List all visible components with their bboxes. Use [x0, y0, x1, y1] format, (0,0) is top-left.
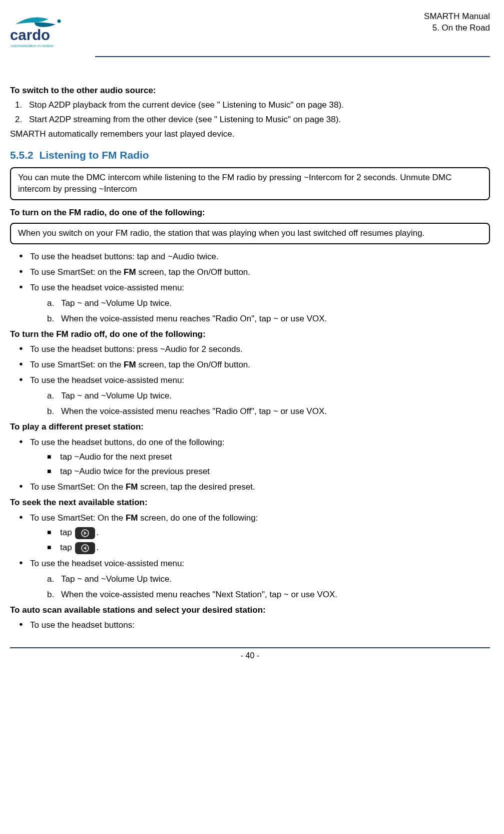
list-item: To use the headset buttons, do one of th… — [19, 437, 490, 478]
list-item: a.Tap ~ and ~Volume Up twice. — [47, 298, 490, 309]
header-meta: SMARTH Manual 5. On the Road — [424, 10, 490, 34]
turn-on-sublist: a.Tap ~ and ~Volume Up twice. b.When the… — [30, 298, 490, 325]
list-item: 2.Start A2DP streaming from the other de… — [19, 114, 490, 126]
list-item: To use SmartSet: on the FM screen, tap t… — [19, 267, 490, 278]
seek-forward-icon — [75, 527, 95, 539]
list-item: To use the headset voice-assisted menu: … — [19, 558, 490, 601]
list-item: To use SmartSet: On the FM screen, do on… — [19, 513, 490, 554]
seek-sublist: tap . tap . — [30, 527, 490, 554]
logo-tagline: communication in motion — [11, 44, 53, 48]
list-item: tap ~Audio twice for the previous preset — [47, 466, 490, 478]
info-box-mute: You can mute the DMC intercom while list… — [10, 167, 490, 200]
switch-source-steps: 1.Stop A2DP playback from the current de… — [10, 100, 490, 126]
turn-off-sublist: a.Tap ~ and ~Volume Up twice. b.When the… — [30, 390, 490, 418]
seek-back-icon — [75, 542, 95, 554]
brand-logo: cardo communication in motion — [10, 10, 80, 54]
switch-note: SMARTH automatically remembers your last… — [10, 129, 490, 140]
autoscan-heading: To auto scan available stations and sele… — [10, 605, 490, 616]
cardo-logo-icon: cardo communication in motion — [10, 12, 80, 54]
list-item: To use the headset buttons: — [19, 620, 490, 631]
page-content: To switch to the other audio source: 1.S… — [10, 57, 490, 638]
turn-on-heading: To turn on the FM radio, do one of the f… — [10, 207, 490, 219]
list-item: To use SmartSet: On the FM screen, tap t… — [19, 482, 490, 493]
list-item: To use the headset voice-assisted menu: … — [19, 375, 490, 418]
svg-point-0 — [58, 20, 61, 23]
page-header: cardo communication in motion SMARTH Man… — [10, 10, 490, 54]
turn-on-list: To use the headset buttons: tap and ~Aud… — [10, 251, 490, 325]
list-item: To use the headset voice-assisted menu: … — [19, 282, 490, 325]
footer-rule — [10, 647, 490, 648]
list-item: b.When the voice-assisted menu reaches "… — [47, 313, 490, 325]
chapter-title: 5. On the Road — [424, 23, 490, 34]
seek-list: To use SmartSet: On the FM screen, do on… — [10, 513, 490, 601]
manual-title: SMARTH Manual — [424, 11, 490, 23]
seek-heading: To seek the next available station: — [10, 497, 490, 509]
seek-voice-sublist: a.Tap ~ and ~Volume Up twice. b.When the… — [30, 574, 490, 601]
list-item: b.When the voice-assisted menu reaches "… — [47, 406, 490, 418]
svg-text:cardo: cardo — [10, 27, 50, 43]
list-item: tap . — [47, 527, 490, 539]
turn-off-list: To use the headset buttons: press ~Audio… — [10, 344, 490, 418]
preset-sublist: tap ~Audio for the next preset tap ~Audi… — [30, 452, 490, 478]
list-item: a.Tap ~ and ~Volume Up twice. — [47, 574, 490, 585]
list-item: 1.Stop A2DP playback from the current de… — [19, 100, 490, 111]
autoscan-list: To use the headset buttons: — [10, 620, 490, 631]
preset-heading: To play a different preset station: — [10, 422, 490, 433]
list-item: tap ~Audio for the next preset — [47, 452, 490, 463]
list-item: To use the headset buttons: tap and ~Aud… — [19, 251, 490, 263]
subsection-heading: 5.5.2 Listening to FM Radio — [10, 148, 490, 162]
info-box-resume: When you switch on your FM radio, the st… — [10, 223, 490, 244]
list-item: To use SmartSet: on the FM screen, tap t… — [19, 359, 490, 371]
list-item: tap . — [47, 542, 490, 554]
preset-list: To use the headset buttons, do one of th… — [10, 437, 490, 493]
turn-off-heading: To turn the FM radio off, do one of the … — [10, 329, 490, 340]
list-item: To use the headset buttons: press ~Audio… — [19, 344, 490, 355]
list-item: a.Tap ~ and ~Volume Up twice. — [47, 390, 490, 402]
switch-source-heading: To switch to the other audio source: — [10, 85, 490, 97]
page-number: - 40 - — [10, 650, 490, 661]
list-item: b.When the voice-assisted menu reaches "… — [47, 589, 490, 601]
